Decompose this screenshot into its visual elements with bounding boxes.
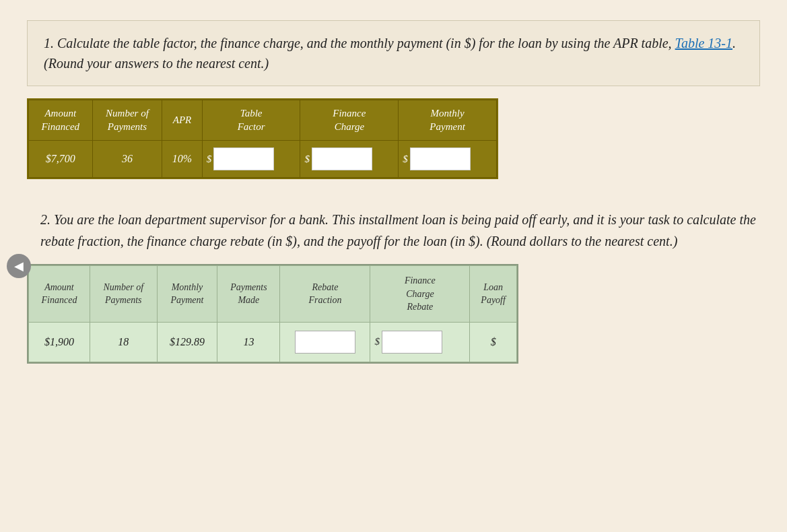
monthly-payment-dollar: $ <box>403 154 408 165</box>
back-nav-button[interactable]: ◀ <box>7 254 31 278</box>
problem-2-text: 2. You are the loan department superviso… <box>40 202 760 264</box>
t2-cell-payments-made: 13 <box>217 322 280 362</box>
t2-cell-amount-financed: $1,900 <box>29 322 90 362</box>
col-apr: APR <box>162 100 202 141</box>
problem-2-block: 2. You are the loan department superviso… <box>27 202 760 366</box>
t2-cell-num-payments: 18 <box>90 322 157 362</box>
table-factor-wrapper: $ <box>207 147 296 170</box>
problem-1-number: 1. <box>44 36 54 51</box>
monthly-payment-input[interactable] <box>410 147 471 170</box>
finance-charge-rebate-dollar: $ <box>374 336 380 347</box>
t2-cell-monthly-payment: $129.89 <box>157 322 217 362</box>
t2-col-monthly-payment: MonthlyPayment <box>157 266 217 323</box>
problem-2-instruction: You are the loan department supervisor f… <box>40 212 756 248</box>
t2-col-loan-payoff: LoanPayoff <box>470 266 517 323</box>
loan-payoff-dollar: $ <box>491 336 496 347</box>
problem-1-table-container: AmountFinanced Number ofPayments APR Tab… <box>27 98 498 179</box>
cell-apr: 10% <box>162 141 202 178</box>
table-13-1-link[interactable]: Table 13-1 <box>675 36 732 51</box>
problem-1-block: 1. Calculate the table factor, the finan… <box>27 20 760 182</box>
finance-charge-input[interactable] <box>312 147 372 170</box>
finance-charge-dollar: $ <box>304 154 310 165</box>
table-factor-input[interactable] <box>213 147 274 170</box>
t2-col-num-payments: Number ofPayments <box>90 266 157 323</box>
finance-charge-wrapper: $ <box>304 147 394 170</box>
table-2-data-row: $1,900 18 $129.89 13 $ $ <box>29 322 517 362</box>
finance-charge-rebate-input[interactable] <box>382 331 442 354</box>
t2-cell-rebate-fraction <box>280 322 370 362</box>
cell-table-factor: $ <box>202 141 300 178</box>
table-2-header-row: AmountFinanced Number ofPayments Monthly… <box>29 266 517 323</box>
finance-charge-rebate-wrapper: $ <box>374 331 465 354</box>
problem-1-instruction: Calculate the table factor, the finance … <box>57 36 672 51</box>
table-1-header-row: AmountFinanced Number ofPayments APR Tab… <box>29 100 497 141</box>
col-amount-financed: AmountFinanced <box>29 100 93 141</box>
table-1-data-row: $7,700 36 10% $ $ <box>29 141 497 178</box>
rebate-fraction-input[interactable] <box>295 331 355 354</box>
col-monthly-payment: MonthlyPayment <box>399 100 497 141</box>
problem-2-table: AmountFinanced Number ofPayments Monthly… <box>28 265 517 362</box>
problem-2-table-container: AmountFinanced Number ofPayments Monthly… <box>27 264 518 364</box>
problem-1-text: 1. Calculate the table factor, the finan… <box>27 20 760 86</box>
back-arrow-icon: ◀ <box>14 259 24 273</box>
problem-2-number: 2. <box>40 212 50 227</box>
col-finance-charge: FinanceCharge <box>300 100 399 141</box>
t2-col-payments-made: PaymentsMade <box>217 266 280 323</box>
cell-monthly-payment: $ <box>399 141 497 178</box>
table-factor-dollar: $ <box>207 154 212 165</box>
col-table-factor: TableFactor <box>202 100 300 141</box>
t2-col-finance-charge-rebate: FinanceChargeRebate <box>370 266 470 323</box>
col-num-payments: Number ofPayments <box>92 100 162 141</box>
t2-col-amount-financed: AmountFinanced <box>29 266 90 323</box>
problem-1-table: AmountFinanced Number ofPayments APR Tab… <box>28 100 497 178</box>
t2-cell-finance-charge-rebate: $ <box>370 322 470 362</box>
cell-amount-financed: $7,700 <box>29 141 93 178</box>
t2-col-rebate-fraction: RebateFraction <box>280 266 370 323</box>
cell-num-payments: 36 <box>92 141 162 178</box>
t2-cell-loan-payoff: $ <box>470 322 517 362</box>
cell-finance-charge: $ <box>300 141 399 178</box>
monthly-payment-wrapper: $ <box>403 147 492 170</box>
